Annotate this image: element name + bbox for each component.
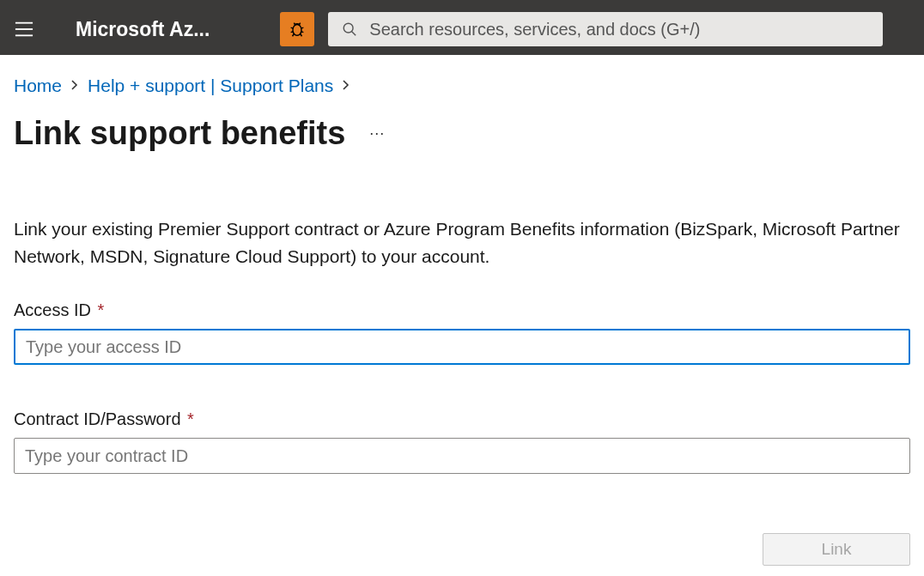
contract-id-input[interactable]: [14, 438, 910, 474]
svg-line-11: [301, 34, 302, 37]
required-mark: *: [187, 409, 194, 428]
hamburger-icon: [15, 21, 33, 37]
access-id-input[interactable]: [14, 329, 910, 365]
link-button[interactable]: Link: [763, 533, 910, 566]
header: Microsoft Az...: [0, 3, 924, 55]
svg-line-13: [352, 32, 356, 36]
bug-feedback-button[interactable]: [280, 12, 314, 46]
access-id-label: Access ID: [14, 300, 91, 319]
svg-point-12: [344, 23, 354, 33]
svg-point-3: [293, 25, 301, 36]
svg-line-6: [291, 27, 294, 28]
content: Home Help + support | Support Plans Link…: [0, 55, 924, 474]
footer: Link: [14, 521, 910, 566]
breadcrumb-home[interactable]: Home: [14, 76, 62, 96]
svg-line-8: [301, 27, 304, 28]
title-row: Link support benefits ···: [14, 115, 910, 152]
breadcrumb-help-support[interactable]: Help + support | Support Plans: [88, 76, 333, 96]
svg-line-9: [301, 32, 304, 33]
svg-line-5: [300, 23, 301, 25]
contract-id-label-row: Contract ID/Password *: [14, 409, 910, 429]
search-input[interactable]: [369, 20, 869, 39]
required-mark: *: [98, 300, 105, 319]
svg-line-10: [293, 34, 295, 37]
svg-line-4: [295, 23, 295, 25]
contract-id-label: Contract ID/Password: [14, 409, 181, 428]
svg-line-7: [291, 32, 294, 33]
page-description: Link your existing Premier Support contr…: [14, 215, 910, 270]
hamburger-menu-button[interactable]: [7, 12, 41, 46]
search-box[interactable]: [328, 12, 883, 46]
contract-id-group: Contract ID/Password *: [14, 409, 910, 474]
more-actions-button[interactable]: ···: [369, 124, 385, 142]
bug-icon: [288, 20, 307, 39]
access-id-group: Access ID *: [14, 300, 910, 365]
chevron-right-icon: [342, 78, 350, 94]
brand-label[interactable]: Microsoft Az...: [76, 18, 210, 41]
access-id-label-row: Access ID *: [14, 300, 910, 320]
chevron-right-icon: [70, 78, 79, 94]
page-title: Link support benefits: [14, 115, 345, 152]
breadcrumb: Home Help + support | Support Plans: [14, 76, 910, 96]
search-icon: [342, 21, 357, 37]
